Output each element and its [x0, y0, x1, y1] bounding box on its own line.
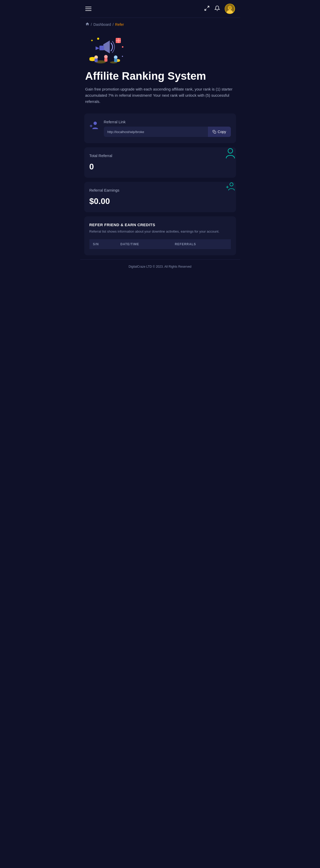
svg-rect-13 [100, 45, 104, 50]
total-referral-card: Total Referral 0 [84, 147, 236, 178]
svg-point-21 [104, 55, 108, 59]
header-right [204, 4, 235, 14]
referral-link-input[interactable] [104, 127, 208, 137]
referral-link-input-group: Copy [104, 127, 231, 137]
hamburger-menu-button[interactable] [85, 7, 92, 11]
svg-line-1 [205, 8, 206, 10]
earnings-title: Referral Earnings [90, 188, 119, 192]
copy-icon [213, 130, 216, 133]
header-left [85, 7, 92, 11]
svg-text:✦: ✦ [121, 55, 123, 58]
footer-text: DigitalCraze LTD © 2023. All Rights Rese… [129, 265, 191, 269]
svg-line-0 [207, 6, 209, 7]
table-header-datetime: DATE/TIME [117, 239, 171, 249]
hero-description: Gain free promotion upgrade with each as… [85, 86, 235, 105]
svg-rect-20 [95, 59, 98, 62]
copy-button-label: Copy [218, 130, 226, 134]
svg-rect-24 [114, 59, 117, 62]
svg-point-32 [230, 183, 233, 186]
svg-point-5 [228, 6, 231, 9]
referral-link-card: Referral Link Copy [84, 114, 236, 143]
add-user-icon [90, 121, 100, 132]
svg-rect-30 [214, 131, 216, 133]
referral-earnings-card: Referral Earnings $0.00 [84, 182, 236, 212]
hero-illustration: ✦ ✦ [85, 34, 127, 65]
copy-button[interactable]: Copy [208, 127, 231, 137]
breadcrumb-separator-2: / [113, 23, 114, 27]
total-referral-header: Total Referral [90, 153, 231, 162]
breadcrumb-separator: / [91, 23, 92, 27]
svg-rect-16 [116, 40, 121, 41]
breadcrumb-dashboard[interactable]: Dashboard [93, 23, 111, 27]
expand-icon[interactable] [204, 5, 210, 12]
main-header [80, 0, 240, 18]
svg-point-18 [122, 46, 123, 48]
total-referral-value: 0 [90, 162, 231, 172]
page-footer: DigitalCraze LTD © 2023. All Rights Rese… [80, 259, 240, 274]
breadcrumb-current: Refer [115, 23, 124, 27]
user-avatar[interactable] [225, 4, 235, 14]
refer-friend-description: Referral list shows information about yo… [90, 229, 231, 234]
person-icon [225, 147, 236, 161]
breadcrumb: / Dashboard / Refer [80, 18, 240, 29]
svg-point-23 [114, 56, 117, 59]
svg-point-31 [228, 149, 233, 153]
hero-section: ✦ ✦ Affilite Ranking System Gain free pr… [80, 29, 240, 114]
svg-point-27 [94, 122, 97, 125]
table-header: S/N DATE/TIME REFERRALS [90, 239, 231, 249]
add-person-icon [226, 182, 236, 193]
svg-point-17 [97, 38, 99, 40]
svg-point-19 [94, 56, 98, 59]
referral-link-content: Referral Link Copy [104, 120, 231, 137]
earnings-header: Referral Earnings [90, 188, 231, 196]
refer-friend-card: REFER FRIEND & EARN CREDITS Referral lis… [84, 216, 236, 255]
svg-text:✦: ✦ [91, 38, 94, 42]
table-header-sn: S/N [90, 239, 117, 249]
home-icon[interactable] [85, 22, 90, 27]
referral-table: S/N DATE/TIME REFERRALS [90, 239, 231, 249]
total-referral-title: Total Referral [90, 153, 112, 158]
notification-bell-icon[interactable] [214, 5, 220, 12]
table-header-referrals: REFERRALS [171, 239, 230, 249]
earnings-value: $0.00 [90, 196, 231, 206]
referral-link-label: Referral Link [104, 120, 231, 124]
hero-title: Affilite Ranking System [85, 70, 235, 82]
refer-friend-title: REFER FRIEND & EARN CREDITS [90, 222, 231, 227]
svg-rect-22 [104, 58, 107, 62]
